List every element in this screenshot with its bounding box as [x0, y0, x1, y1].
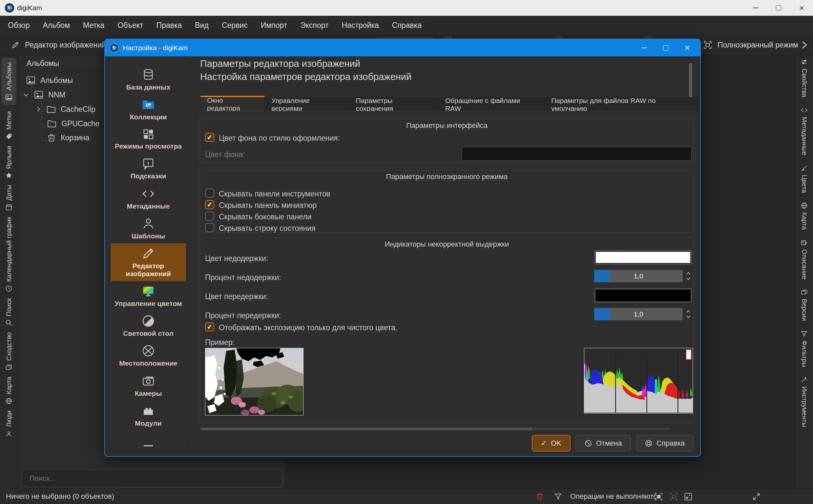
fullscreen-button[interactable]: Полноэкранный режим: [703, 35, 798, 55]
trash-icon: [47, 133, 56, 142]
search-input[interactable]: [22, 470, 282, 487]
category-geolocation[interactable]: Местоположение: [111, 341, 186, 371]
menu-edit[interactable]: Правка: [150, 16, 189, 35]
menu-view[interactable]: Обзор: [1, 16, 36, 35]
image-editor-button[interactable]: Редактор изображений: [11, 35, 106, 55]
category-cameras[interactable]: Камеры: [111, 371, 186, 401]
expander-down-icon[interactable]: [23, 91, 29, 98]
sidebar-tab-metadata[interactable]: Метаданные: [801, 107, 808, 155]
sidebar-tab-search[interactable]: Поиск: [5, 298, 13, 326]
over-color-well[interactable]: [594, 288, 692, 303]
filter-status-icon[interactable]: [554, 493, 562, 501]
menu-item[interactable]: Объект: [111, 16, 150, 35]
trash-status-icon[interactable]: [536, 492, 544, 501]
sidebar-tab-map[interactable]: Карта: [5, 377, 13, 405]
sidebar-tab-captions[interactable]: Описание: [801, 239, 808, 279]
sidebar-tab-people[interactable]: Люди: [5, 411, 13, 437]
menu-export[interactable]: Экспорт: [294, 16, 335, 35]
hide-thumbbar-checkbox[interactable]: [205, 200, 214, 209]
dialog-horizontal-scrollbar[interactable]: [200, 428, 669, 430]
spin-arrows-icon[interactable]: [685, 308, 691, 320]
category-image-editor[interactable]: Редактор изображений: [111, 243, 186, 281]
tree-item-nnm[interactable]: NNM: [23, 90, 65, 100]
tree-item-gpucache[interactable]: GPUCache: [47, 119, 99, 129]
clock-icon: [5, 285, 12, 292]
ok-button[interactable]: ✓ OK: [532, 435, 571, 452]
window-titlebar: digiKam ×: [0, 0, 813, 16]
tree-item-albums-root[interactable]: Альбомы: [26, 75, 73, 85]
category-views[interactable]: Режимы просмотра: [111, 124, 186, 153]
over-percent-spinbox[interactable]: 1,0: [594, 308, 683, 320]
settings-dialog: Настройка - digiKam × База данных Коллек…: [104, 39, 701, 457]
category-database[interactable]: База данных: [111, 65, 186, 94]
background-color-well[interactable]: [461, 147, 692, 161]
tab-versioning[interactable]: Управление версиями: [265, 97, 349, 111]
close-button[interactable]: ×: [790, 0, 813, 16]
person-icon: [141, 217, 155, 231]
sidebar-tab-dates[interactable]: Даты: [5, 185, 13, 211]
theme-background-checkbox[interactable]: [205, 133, 214, 142]
tree-item-trash[interactable]: Корзина: [47, 133, 90, 142]
tab-raw-behavior[interactable]: Обращение с файлами RAW: [439, 97, 545, 111]
category-metadata[interactable]: Метаданные: [111, 184, 186, 213]
dialog-minimize-button[interactable]: [633, 39, 655, 56]
menu-settings[interactable]: Настройка: [335, 16, 385, 35]
dialog-maximize-button[interactable]: [655, 39, 677, 56]
tab-editor-window[interactable]: Окно редактора: [200, 96, 265, 111]
help-button[interactable]: Справка: [636, 435, 694, 452]
category-plugins[interactable]: Модули: [111, 401, 186, 431]
category-tooltips[interactable]: Подсказки: [111, 153, 186, 183]
maximize-button[interactable]: [767, 0, 790, 16]
globe-x-icon: [141, 344, 155, 358]
scrollbar-handle[interactable]: [201, 428, 532, 430]
tree-item-cacheclip[interactable]: CacheClip: [35, 104, 95, 114]
category-light-table[interactable]: Световой стол: [111, 311, 186, 341]
dialog-close-button[interactable]: ×: [677, 39, 698, 56]
sidebar-tab-colors[interactable]: Цвета: [801, 165, 808, 193]
category-color-management[interactable]: Управление цветом: [111, 281, 186, 311]
sidebar-tab-similarity[interactable]: Сходство: [5, 332, 13, 371]
fit-window-icon[interactable]: [669, 492, 678, 501]
sidebar-tab-labels[interactable]: Ярлыки: [5, 146, 13, 179]
category-templates[interactable]: Шаблоны: [111, 213, 186, 243]
zoom-100-icon[interactable]: [684, 492, 693, 501]
menu-help[interactable]: Справка: [385, 16, 428, 35]
minimize-button[interactable]: [744, 0, 767, 16]
tab-raw-defaults[interactable]: Параметры для файлов RAW по умолчанию: [545, 97, 700, 111]
search-icon: [5, 319, 12, 326]
group-title: Индикаторы некорректной выдержки: [200, 240, 693, 249]
sidebar-tab-tools[interactable]: Инструменты: [801, 376, 808, 427]
expander-right-icon[interactable]: [35, 106, 42, 112]
sidebar-tab-versions[interactable]: Версии: [801, 289, 808, 321]
hide-statusbar-checkbox[interactable]: [205, 223, 214, 232]
category-misc-partial[interactable]: [111, 439, 186, 447]
under-color-well[interactable]: [594, 250, 692, 265]
window-controls: ×: [744, 0, 813, 16]
expand-icon[interactable]: [752, 492, 761, 501]
cancel-icon: [584, 439, 592, 447]
digikam-app: { "window": {"title": "digiKam"}, "menu"…: [0, 0, 813, 504]
tab-save-settings[interactable]: Параметры сохранения: [349, 97, 438, 111]
hide-toolbars-checkbox[interactable]: [205, 189, 214, 198]
fit-select-icon[interactable]: [654, 492, 663, 501]
sidebar-tab-filters[interactable]: Фильтры: [801, 330, 808, 367]
hide-sidebars-checkbox[interactable]: [205, 212, 214, 221]
pure-color-checkbox[interactable]: [205, 322, 214, 332]
menu-tag[interactable]: Метка: [76, 16, 111, 35]
category-collections[interactable]: Коллекции: [111, 94, 186, 124]
menu-display[interactable]: Вид: [188, 16, 215, 35]
sidebar-tab-map-right[interactable]: Карта: [801, 202, 808, 230]
funnel-icon: [801, 330, 808, 337]
cancel-button[interactable]: Отмена: [576, 435, 631, 452]
menu-import[interactable]: Импорт: [254, 16, 294, 35]
under-percent-spinbox[interactable]: 1,0: [594, 270, 683, 282]
menu-album[interactable]: Альбом: [36, 16, 76, 35]
window-title: digiKam: [17, 4, 42, 12]
chevron-right-icon[interactable]: [801, 41, 808, 49]
sidebar-tab-timeline[interactable]: Календарный график: [5, 217, 13, 292]
spin-arrows-icon[interactable]: [685, 270, 691, 282]
sidebar-tab-albums[interactable]: Альбомы: [1, 58, 16, 105]
sidebar-tab-tags[interactable]: Метки: [5, 111, 13, 140]
menu-tools[interactable]: Сервис: [215, 16, 254, 35]
sidebar-tab-properties[interactable]: Свойства: [801, 58, 808, 97]
